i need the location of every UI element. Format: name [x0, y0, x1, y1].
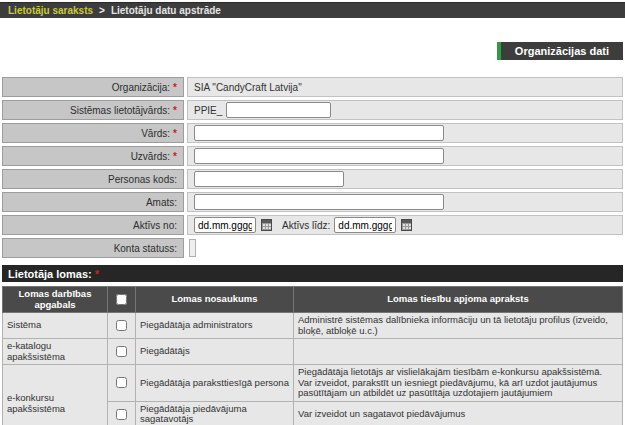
required-asterisk: *	[173, 105, 177, 116]
form-row-active-period: Aktīvs no: Aktīvs līdz:	[2, 215, 623, 235]
calendar-icon[interactable]	[261, 219, 272, 231]
breadcrumb-current-page: Lietotāju datu apstrāde	[111, 5, 221, 16]
calendar-icon[interactable]	[401, 219, 412, 231]
roles-table-header-row: Lomas darbības apgabals Lomas nosaukums …	[3, 287, 623, 313]
role-checkbox[interactable]	[116, 346, 127, 357]
header-role-name: Lomas nosaukums	[136, 287, 294, 313]
first-name-input[interactable]	[194, 125, 444, 141]
form-row-first-name: Vārds:*	[2, 123, 623, 143]
required-asterisk: *	[173, 82, 177, 93]
organization-label: Organizācija:*	[2, 77, 184, 97]
username-input[interactable]	[226, 102, 331, 118]
table-row: e-katalogu apakšsistēma Piegādātājs	[3, 339, 623, 365]
form-row-personal-code: Personas kods:	[2, 169, 623, 189]
header-area: Lomas darbības apgabals	[3, 287, 108, 313]
role-description-cell	[294, 339, 623, 365]
role-description-cell: Administrē sistēmas dalībnieka informāci…	[294, 313, 623, 339]
action-row: Organizācijas dati	[0, 42, 623, 60]
form-row-position: Amats:	[2, 192, 623, 212]
required-asterisk: *	[95, 268, 99, 280]
last-name-value-cell	[187, 146, 623, 166]
form-row-organization: Organizācija:* SIA "CandyCraft Latvija"	[2, 77, 623, 97]
role-description-cell: Piegādātāja lietotājs ar vislielākajām t…	[294, 365, 623, 402]
account-status-value-cell	[187, 238, 623, 258]
position-value-cell	[187, 192, 623, 212]
first-name-value-cell	[187, 123, 623, 143]
last-name-label: Uzvārds:*	[2, 146, 184, 166]
personal-code-label: Personas kods:	[2, 169, 184, 189]
header-select-all	[108, 287, 136, 313]
select-all-checkbox[interactable]	[116, 294, 127, 305]
role-checkbox[interactable]	[116, 409, 127, 420]
organization-value: SIA "CandyCraft Latvija"	[187, 77, 623, 97]
username-prefix: PPIE_	[194, 105, 222, 116]
table-row: e-konkursu apakšsistēma Piegādātāja para…	[3, 365, 623, 402]
required-asterisk: *	[173, 128, 177, 139]
role-area-cell: e-katalogu apakšsistēma	[3, 339, 108, 365]
breadcrumb-separator: >	[99, 5, 105, 16]
username-label: Sistēmas lietotājvārds:*	[2, 100, 184, 120]
active-until-label: Aktīvs līdz:	[282, 220, 330, 231]
roles-section-header: Lietotāja lomas:*	[2, 265, 623, 282]
role-name-cell: Piegādātāja piedāvājuma sagatavotājs	[136, 401, 294, 425]
personal-code-value-cell	[187, 169, 623, 189]
header-role-description: Lomas tiesību apjoma apraksts	[294, 287, 623, 313]
user-data-form: Organizācija:* SIA "CandyCraft Latvija" …	[2, 77, 623, 258]
role-area-cell: e-konkursu apakšsistēma	[3, 365, 108, 425]
active-from-input[interactable]	[194, 217, 256, 233]
role-name-cell: Piegādātāja administrators	[136, 313, 294, 339]
account-status-box	[189, 239, 196, 257]
form-row-username: Sistēmas lietotājvārds:* PPIE_	[2, 100, 623, 120]
roles-table: Lomas darbības apgabals Lomas nosaukums …	[2, 286, 623, 425]
username-value-cell: PPIE_	[187, 100, 623, 120]
position-label: Amats:	[2, 192, 184, 212]
last-name-input[interactable]	[194, 148, 444, 164]
table-row: Sistēma Piegādātāja administrators Admin…	[3, 313, 623, 339]
role-checkbox[interactable]	[116, 377, 127, 388]
active-until-input[interactable]	[334, 217, 396, 233]
role-name-cell: Piegādātājs	[136, 339, 294, 365]
breadcrumb-link-user-list[interactable]: Lietotāju saraksts	[8, 5, 93, 16]
form-row-last-name: Uzvārds:*	[2, 146, 623, 166]
account-status-label: Konta statuss:	[2, 238, 184, 258]
organization-data-button[interactable]: Organizācijas dati	[497, 42, 623, 60]
required-asterisk: *	[173, 151, 177, 162]
first-name-label: Vārds:*	[2, 123, 184, 143]
active-period-value-cell: Aktīvs līdz:	[187, 215, 623, 235]
position-input[interactable]	[194, 194, 444, 210]
role-area-cell: Sistēma	[3, 313, 108, 339]
role-checkbox[interactable]	[116, 320, 127, 331]
form-row-account-status: Konta statuss:	[2, 238, 623, 258]
breadcrumb: Lietotāju saraksts > Lietotāju datu apst…	[0, 2, 625, 18]
active-from-label: Aktīvs no:	[2, 215, 184, 235]
role-description-cell: Var izveidot un sagatavot piedāvājumus	[294, 401, 623, 425]
personal-code-input[interactable]	[194, 171, 344, 187]
role-name-cell: Piegādātāja paraksttiesīgā persona	[136, 365, 294, 402]
